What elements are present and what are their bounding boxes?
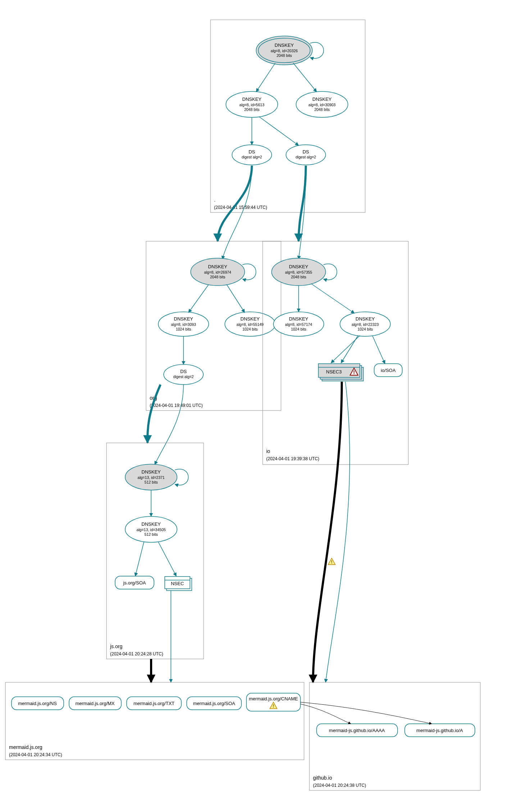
zone-github-label: github.io bbox=[313, 775, 332, 781]
root-ksk: DNSKEY alg=8, id=20326 2048 bits bbox=[256, 36, 312, 65]
svg-text:!: ! bbox=[273, 704, 274, 709]
svg-text:1024 bits: 1024 bits bbox=[291, 327, 307, 331]
svg-text:512 bits: 512 bits bbox=[145, 480, 158, 484]
svg-text:mermaid.js.org/CNAME: mermaid.js.org/CNAME bbox=[249, 696, 298, 701]
svg-text:alg=8, id=55149: alg=8, id=55149 bbox=[236, 322, 263, 327]
mermaid-soa: mermaid.js.org/SOA bbox=[187, 697, 241, 710]
zone-jsorg: js.org (2024-04-01 20:24:28 UTC) DNSKEY … bbox=[106, 443, 204, 659]
mermaid-cname: mermaid.js.org/CNAME ! bbox=[246, 693, 300, 711]
svg-text:DNSKEY: DNSKEY bbox=[240, 316, 260, 322]
zone-io-ts: (2024-04-01 19:39:38 UTC) bbox=[266, 456, 319, 461]
svg-text:digest alg=2: digest alg=2 bbox=[296, 155, 316, 159]
svg-text:DNSKEY: DNSKEY bbox=[141, 521, 161, 527]
svg-text:512 bits: 512 bits bbox=[145, 532, 158, 537]
zone-mermaid: mermaid.js.org (2024-04-01 20:24:34 UTC)… bbox=[5, 682, 304, 760]
svg-text:mermaid.js.org/SOA: mermaid.js.org/SOA bbox=[193, 701, 235, 706]
svg-text:alg=13, id=2371: alg=13, id=2371 bbox=[137, 475, 164, 480]
zone-io-label: io bbox=[266, 448, 270, 454]
zone-jsorg-ts: (2024-04-01 20:24:28 UTC) bbox=[110, 651, 163, 656]
io-nsec3: NSEC3 ! bbox=[318, 364, 363, 381]
dnssec-diagram: . (2024-04-01 15:59:44 UTC) DNSKEY alg=8… bbox=[0, 0, 517, 812]
root-zsk2: DNSKEY alg=8, id=30903 2048 bits bbox=[296, 91, 348, 117]
svg-text:mermaid.js.org/MX: mermaid.js.org/MX bbox=[75, 701, 114, 706]
svg-text:2048 bits: 2048 bits bbox=[277, 53, 292, 58]
jsorg-nsec: NSEC bbox=[165, 577, 192, 591]
svg-text:1024 bits: 1024 bits bbox=[176, 327, 191, 331]
svg-text:1024 bits: 1024 bits bbox=[242, 327, 258, 331]
svg-text:2048 bits: 2048 bits bbox=[210, 275, 226, 279]
io-soa: io/SOA bbox=[374, 364, 402, 377]
svg-text:alg=8, id=3093: alg=8, id=3093 bbox=[171, 322, 196, 327]
zone-github-ts: (2024-04-01 20:24:38 UTC) bbox=[313, 783, 366, 788]
svg-text:DNSKEY: DNSKEY bbox=[312, 97, 332, 102]
zone-root: . (2024-04-01 15:59:44 UTC) DNSKEY alg=8… bbox=[210, 20, 365, 212]
svg-text:2048 bits: 2048 bits bbox=[314, 107, 330, 112]
svg-text:mermaid.js.org/TXT: mermaid.js.org/TXT bbox=[133, 701, 174, 706]
github-a: mermaid-js.github.io/A bbox=[405, 724, 475, 737]
org-ksk: DNSKEY alg=8, id=26974 2048 bits bbox=[191, 258, 245, 286]
svg-text:digest alg=2: digest alg=2 bbox=[242, 155, 262, 159]
root-zsk1: DNSKEY alg=8, id=5613 2048 bits bbox=[226, 91, 278, 117]
svg-text:!: ! bbox=[353, 369, 355, 375]
svg-text:2048 bits: 2048 bits bbox=[291, 275, 307, 279]
zone-org: org (2024-04-01 19:49:01 UTC) DNSKEY alg… bbox=[146, 241, 281, 411]
svg-text:io/SOA: io/SOA bbox=[381, 368, 396, 373]
zone-root-ts: (2024-04-01 15:59:44 UTC) bbox=[214, 205, 267, 210]
svg-text:mermaid-js.github.io/AAAA: mermaid-js.github.io/AAAA bbox=[329, 728, 385, 733]
zone-github: github.io (2024-04-01 20:24:38 UTC) merm… bbox=[309, 682, 480, 790]
svg-text:alg=8, id=5613: alg=8, id=5613 bbox=[239, 103, 264, 107]
svg-text:alg=8, id=30903: alg=8, id=30903 bbox=[308, 103, 335, 107]
svg-text:digest alg=2: digest alg=2 bbox=[173, 374, 194, 379]
svg-text:NSEC: NSEC bbox=[171, 581, 184, 586]
svg-text:DNSKEY: DNSKEY bbox=[174, 316, 193, 322]
io-zsk2: DNSKEY alg=8, id=22323 1024 bits bbox=[340, 312, 390, 336]
svg-text:alg=8, id=57174: alg=8, id=57174 bbox=[285, 322, 312, 327]
svg-text:1024 bits: 1024 bits bbox=[358, 327, 373, 331]
io-ksk: DNSKEY alg=8, id=57355 2048 bits bbox=[272, 258, 326, 286]
svg-text:alg=8, id=20326: alg=8, id=20326 bbox=[271, 49, 298, 53]
svg-text:alg=8, id=22323: alg=8, id=22323 bbox=[352, 322, 378, 327]
jsorg-ksk: DNSKEY alg=13, id=2371 512 bits bbox=[125, 464, 177, 490]
mermaid-ns: mermaid.js.org/NS bbox=[12, 697, 64, 710]
root-ds2: DS digest alg=2 bbox=[286, 145, 326, 165]
zone-jsorg-label: js.org bbox=[110, 643, 122, 649]
svg-text:DS: DS bbox=[180, 369, 187, 374]
zone-mermaid-label: mermaid.js.org bbox=[9, 744, 42, 750]
svg-text:DNSKEY: DNSKEY bbox=[355, 316, 375, 322]
org-zsk2: DNSKEY alg=8, id=55149 1024 bits bbox=[225, 312, 275, 336]
warning-icon: ! bbox=[328, 558, 335, 565]
svg-text:DNSKEY: DNSKEY bbox=[208, 264, 227, 269]
svg-text:DNSKEY: DNSKEY bbox=[141, 469, 161, 475]
svg-text:2048 bits: 2048 bits bbox=[244, 107, 260, 112]
zone-io: io (2024-04-01 19:39:38 UTC) DNSKEY alg=… bbox=[263, 241, 408, 465]
svg-text:js.org/SOA: js.org/SOA bbox=[123, 580, 146, 586]
root-ds1: DS digest alg=2 bbox=[232, 145, 272, 165]
svg-text:DNSKEY: DNSKEY bbox=[275, 42, 294, 48]
github-aaaa: mermaid-js.github.io/AAAA bbox=[317, 724, 398, 737]
svg-text:mermaid.js.org/NS: mermaid.js.org/NS bbox=[18, 701, 57, 706]
svg-text:NSEC3: NSEC3 bbox=[326, 369, 341, 374]
svg-text:DNSKEY: DNSKEY bbox=[289, 316, 308, 322]
svg-text:DNSKEY: DNSKEY bbox=[242, 97, 262, 102]
zone-root-label: . bbox=[214, 197, 216, 203]
svg-text:!: ! bbox=[331, 560, 332, 565]
svg-text:mermaid-js.github.io/A: mermaid-js.github.io/A bbox=[416, 728, 463, 733]
mermaid-txt: mermaid.js.org/TXT bbox=[127, 697, 181, 710]
svg-text:alg=13, id=34505: alg=13, id=34505 bbox=[136, 528, 165, 532]
jsorg-zsk: DNSKEY alg=13, id=34505 512 bits bbox=[125, 516, 177, 542]
svg-text:DS: DS bbox=[249, 149, 255, 154]
svg-text:DS: DS bbox=[303, 149, 309, 154]
mermaid-mx: mermaid.js.org/MX bbox=[69, 697, 121, 710]
zone-mermaid-ts: (2024-04-01 20:24:34 UTC) bbox=[9, 752, 62, 757]
org-zsk1: DNSKEY alg=8, id=3093 1024 bits bbox=[158, 312, 209, 336]
zone-org-ts: (2024-04-01 19:49:01 UTC) bbox=[150, 403, 203, 408]
org-ds: DS digest alg=2 bbox=[164, 364, 203, 385]
svg-text:alg=8, id=57355: alg=8, id=57355 bbox=[285, 270, 312, 274]
svg-text:alg=8, id=26974: alg=8, id=26974 bbox=[204, 270, 231, 274]
jsorg-soa: js.org/SOA bbox=[115, 576, 154, 589]
svg-text:DNSKEY: DNSKEY bbox=[289, 264, 308, 269]
io-zsk1: DNSKEY alg=8, id=57174 1024 bits bbox=[273, 312, 324, 336]
